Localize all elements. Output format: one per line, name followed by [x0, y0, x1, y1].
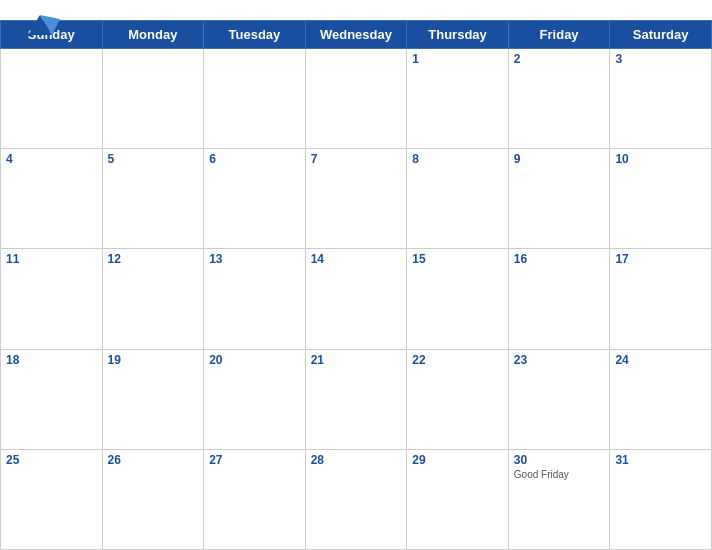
- day-number: 4: [6, 152, 97, 166]
- day-header-saturday: Saturday: [610, 21, 712, 49]
- calendar-cell: 30Good Friday: [508, 449, 610, 549]
- day-header-wednesday: Wednesday: [305, 21, 407, 49]
- calendar-cell: 19: [102, 349, 204, 449]
- week-row: 123: [1, 49, 712, 149]
- calendar-cell: [204, 49, 306, 149]
- day-number: 8: [412, 152, 503, 166]
- day-headers-row: SundayMondayTuesdayWednesdayThursdayFrid…: [1, 21, 712, 49]
- day-number: 15: [412, 252, 503, 266]
- calendar-cell: 10: [610, 149, 712, 249]
- calendar-cell: 28: [305, 449, 407, 549]
- day-number: 13: [209, 252, 300, 266]
- day-number: 9: [514, 152, 605, 166]
- calendar-table: SundayMondayTuesdayWednesdayThursdayFrid…: [0, 20, 712, 550]
- calendar-cell: 5: [102, 149, 204, 249]
- day-number: 5: [108, 152, 199, 166]
- day-header-monday: Monday: [102, 21, 204, 49]
- logo: [20, 10, 60, 40]
- calendar-cell: 14: [305, 249, 407, 349]
- calendar-cell: 1: [407, 49, 509, 149]
- day-number: 29: [412, 453, 503, 467]
- day-number: 25: [6, 453, 97, 467]
- day-number: 31: [615, 453, 706, 467]
- day-number: 21: [311, 353, 402, 367]
- day-number: 27: [209, 453, 300, 467]
- day-number: 2: [514, 52, 605, 66]
- calendar-cell: 17: [610, 249, 712, 349]
- holiday-label: Good Friday: [514, 469, 605, 480]
- calendar-cell: 18: [1, 349, 103, 449]
- week-row: 18192021222324: [1, 349, 712, 449]
- calendar-cell: 20: [204, 349, 306, 449]
- logo-icon: [20, 10, 60, 40]
- day-number: 18: [6, 353, 97, 367]
- day-number: 14: [311, 252, 402, 266]
- day-number: 26: [108, 453, 199, 467]
- calendar-cell: 2: [508, 49, 610, 149]
- calendar-cell: 16: [508, 249, 610, 349]
- calendar-cell: [1, 49, 103, 149]
- day-header-tuesday: Tuesday: [204, 21, 306, 49]
- calendar-header: [0, 0, 712, 20]
- calendar-cell: 7: [305, 149, 407, 249]
- day-number: 10: [615, 152, 706, 166]
- calendar-cell: 26: [102, 449, 204, 549]
- calendar-cell: 13: [204, 249, 306, 349]
- calendar-cell: 31: [610, 449, 712, 549]
- calendar-cell: 6: [204, 149, 306, 249]
- day-number: 23: [514, 353, 605, 367]
- calendar-cell: 23: [508, 349, 610, 449]
- calendar-cell: [102, 49, 204, 149]
- day-number: 7: [311, 152, 402, 166]
- week-row: 11121314151617: [1, 249, 712, 349]
- week-row: 45678910: [1, 149, 712, 249]
- calendar-cell: 15: [407, 249, 509, 349]
- calendar-cell: 4: [1, 149, 103, 249]
- calendar-cell: 25: [1, 449, 103, 549]
- calendar-cell: 9: [508, 149, 610, 249]
- day-number: 20: [209, 353, 300, 367]
- calendar-cell: 12: [102, 249, 204, 349]
- day-number: 11: [6, 252, 97, 266]
- day-header-thursday: Thursday: [407, 21, 509, 49]
- day-number: 19: [108, 353, 199, 367]
- day-number: 3: [615, 52, 706, 66]
- calendar-cell: 24: [610, 349, 712, 449]
- calendar-cell: [305, 49, 407, 149]
- day-number: 24: [615, 353, 706, 367]
- day-number: 6: [209, 152, 300, 166]
- calendar-cell: 8: [407, 149, 509, 249]
- day-number: 12: [108, 252, 199, 266]
- day-number: 22: [412, 353, 503, 367]
- day-header-friday: Friday: [508, 21, 610, 49]
- day-number: 16: [514, 252, 605, 266]
- calendar-cell: 29: [407, 449, 509, 549]
- day-number: 1: [412, 52, 503, 66]
- calendar-cell: 27: [204, 449, 306, 549]
- calendar-cell: 11: [1, 249, 103, 349]
- calendar-cell: 3: [610, 49, 712, 149]
- day-number: 28: [311, 453, 402, 467]
- day-number: 30: [514, 453, 605, 467]
- day-number: 17: [615, 252, 706, 266]
- week-row: 252627282930Good Friday31: [1, 449, 712, 549]
- calendar-cell: 22: [407, 349, 509, 449]
- calendar-cell: 21: [305, 349, 407, 449]
